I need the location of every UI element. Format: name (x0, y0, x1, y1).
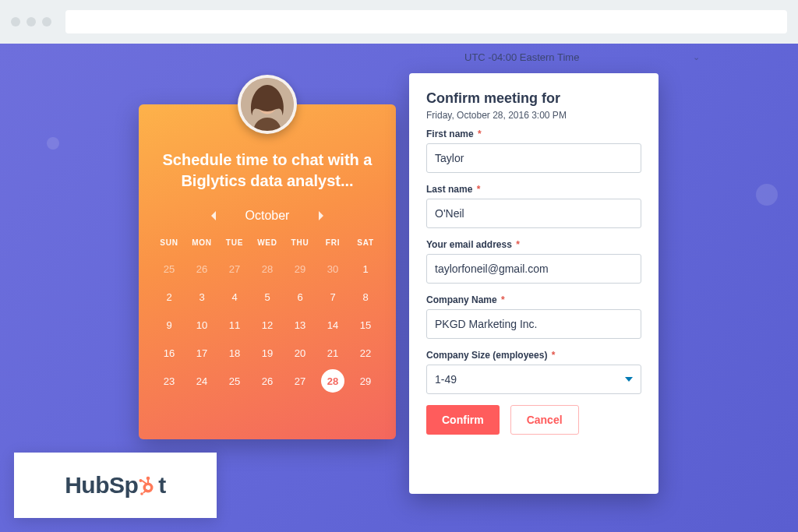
prev-month-button[interactable] (205, 207, 222, 224)
browser-chrome (0, 0, 798, 44)
svg-point-10 (141, 492, 144, 495)
calendar-day[interactable]: 13 (284, 311, 316, 339)
confirm-form: Confirm meeting for Friday, October 28, … (409, 73, 659, 494)
avatar (238, 75, 297, 134)
calendar-day[interactable]: 2 (153, 283, 185, 311)
calendar-day[interactable]: 5 (251, 283, 284, 311)
calendar-grid: 2526272829301234567891011121314151617181… (153, 255, 382, 395)
month-label: October (245, 209, 290, 223)
calendar-day[interactable]: 19 (251, 339, 284, 367)
window-dot (11, 17, 20, 26)
calendar-day[interactable]: 27 (218, 255, 251, 283)
calendar-day[interactable]: 28 (251, 255, 284, 283)
dow-label: SAT (349, 235, 382, 255)
calendar-day[interactable]: 26 (251, 367, 284, 395)
calendar-day[interactable]: 25 (153, 255, 185, 283)
calendar-day[interactable]: 27 (284, 367, 316, 395)
email-label: Your email address * (426, 239, 641, 250)
calendar-day[interactable]: 29 (284, 255, 316, 283)
timezone-label: UTC -04:00 Eastern Time (464, 51, 579, 63)
dow-label: WED (251, 235, 284, 255)
window-dot (26, 17, 36, 26)
calendar-day[interactable]: 3 (185, 283, 218, 311)
calendar-day[interactable]: 21 (316, 339, 349, 367)
calendar-day[interactable]: 6 (284, 283, 316, 311)
calendar-day[interactable]: 30 (316, 255, 349, 283)
next-month-button[interactable] (312, 207, 330, 224)
calendar-day[interactable]: 24 (185, 367, 218, 395)
cancel-button[interactable]: Cancel (510, 405, 579, 435)
chevron-down-icon: ⌄ (693, 52, 700, 62)
window-dot (42, 17, 51, 26)
caret-down-icon (625, 377, 633, 382)
calendar-day[interactable]: 22 (349, 339, 382, 367)
svg-point-6 (147, 477, 150, 481)
calendar-day[interactable]: 1 (349, 255, 382, 283)
dow-label: SUN (153, 235, 185, 255)
calendar-day[interactable]: 18 (218, 339, 251, 367)
calendar-day[interactable]: 16 (153, 339, 185, 367)
decoration (47, 137, 59, 150)
calendar-day-selected[interactable]: 28 (321, 369, 344, 393)
email-input[interactable] (426, 254, 641, 284)
hubspot-logo: HubSp (14, 453, 217, 518)
decoration (756, 184, 778, 206)
address-bar[interactable] (65, 10, 787, 33)
calendar-panel: Schedule time to chat with a Biglytics d… (139, 104, 396, 439)
dow-label: TUE (218, 235, 251, 255)
sprocket-icon (138, 476, 158, 496)
calendar-day[interactable]: 4 (218, 283, 251, 311)
dow-label: MON (185, 235, 218, 255)
calendar-day[interactable]: 20 (284, 339, 316, 367)
dow-label: FRI (316, 235, 349, 255)
day-of-week-header: SUNMONTUEWEDTHUFRISAT (153, 235, 382, 255)
calendar-day[interactable]: 23 (153, 367, 185, 395)
calendar-headline: Schedule time to chat with a Biglytics d… (153, 150, 382, 203)
calendar-day[interactable]: 8 (349, 283, 382, 311)
calendar-day[interactable]: 14 (316, 311, 349, 339)
company-size-label: Company Size (employees) * (426, 350, 641, 361)
calendar-day[interactable]: 9 (153, 311, 185, 339)
first-name-label: First name * (426, 129, 641, 139)
calendar-day[interactable]: 10 (185, 311, 218, 339)
calendar-day[interactable]: 25 (218, 367, 251, 395)
first-name-input[interactable] (426, 143, 641, 173)
logo-text: HubSp (65, 472, 138, 499)
logo-text: t (158, 472, 166, 499)
calendar-day[interactable]: 17 (185, 339, 218, 367)
calendar-day[interactable]: 12 (251, 311, 284, 339)
timezone-selector[interactable]: UTC -04:00 Eastern Time ⌄ (460, 50, 704, 65)
calendar-day[interactable]: 15 (349, 311, 382, 339)
company-label: Company Name * (426, 294, 641, 305)
company-size-select[interactable]: 1-49 (426, 365, 641, 394)
stage: UTC -04:00 Eastern Time ⌄ Schedule time … (0, 44, 798, 532)
calendar-day[interactable]: 11 (218, 311, 251, 339)
company-input[interactable] (426, 309, 641, 339)
svg-point-4 (146, 485, 150, 490)
last-name-input[interactable] (426, 199, 641, 228)
dow-label: THU (284, 235, 316, 255)
svg-point-8 (139, 479, 143, 482)
calendar-day[interactable]: 7 (316, 283, 349, 311)
form-title: Confirm meeting for (426, 90, 641, 107)
calendar-day[interactable]: 29 (349, 367, 382, 395)
confirm-button[interactable]: Confirm (426, 405, 500, 435)
last-name-label: Last name * (426, 184, 641, 195)
meeting-datetime: Friday, October 28, 2016 3:00 PM (426, 110, 641, 121)
company-size-value: 1-49 (435, 373, 457, 386)
calendar-day[interactable]: 26 (185, 255, 218, 283)
